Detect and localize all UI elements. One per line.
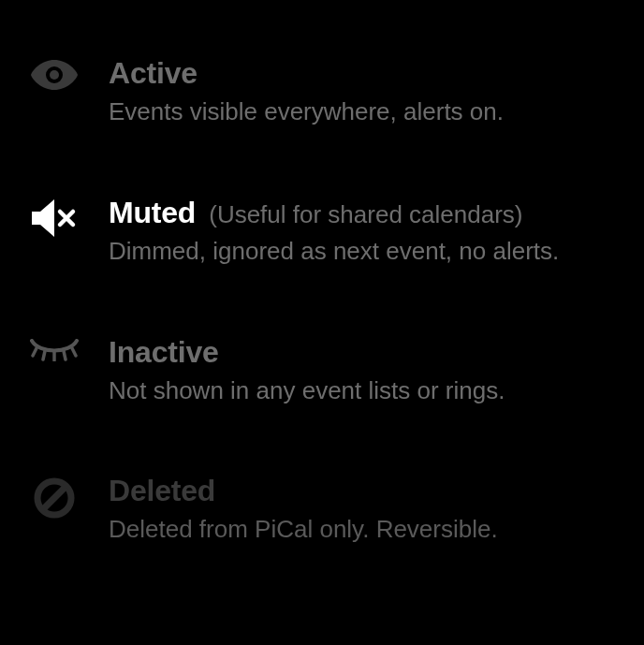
- svg-line-6: [72, 348, 76, 356]
- eye-icon: [28, 56, 80, 90]
- option-text: Active Events visible everywhere, alerts…: [109, 56, 616, 128]
- svg-line-2: [33, 348, 37, 356]
- option-inactive[interactable]: Inactive Not shown in any event lists or…: [28, 335, 616, 407]
- option-description: Deleted from PiCal only. Reversible.: [109, 514, 616, 546]
- option-title: Inactive: [109, 335, 219, 370]
- option-text: Deleted Deleted from PiCal only. Reversi…: [109, 474, 616, 546]
- option-description: Not shown in any event lists or rings.: [109, 375, 616, 407]
- svg-point-1: [50, 70, 59, 80]
- option-title: Active: [109, 56, 198, 91]
- speaker-mute-icon: [28, 196, 80, 237]
- svg-line-8: [43, 487, 66, 509]
- option-active[interactable]: Active Events visible everywhere, alerts…: [28, 56, 616, 128]
- option-muted[interactable]: Muted (Useful for shared calendars) Dimm…: [28, 196, 616, 268]
- option-title: Deleted: [109, 474, 215, 508]
- option-text: Inactive Not shown in any event lists or…: [109, 335, 616, 407]
- option-text: Muted (Useful for shared calendars) Dimm…: [109, 196, 616, 268]
- ban-icon: [28, 474, 80, 519]
- option-description: Dimmed, ignored as next event, no alerts…: [109, 236, 616, 268]
- calendar-visibility-options: Active Events visible everywhere, alerts…: [28, 56, 616, 546]
- option-hint: (Useful for shared calendars): [209, 200, 522, 229]
- closed-eye-icon: [28, 335, 80, 361]
- option-deleted[interactable]: Deleted Deleted from PiCal only. Reversi…: [28, 474, 616, 546]
- svg-line-3: [43, 351, 45, 359]
- option-title: Muted: [109, 196, 196, 230]
- option-description: Events visible everywhere, alerts on.: [109, 96, 616, 128]
- svg-line-5: [64, 351, 66, 359]
